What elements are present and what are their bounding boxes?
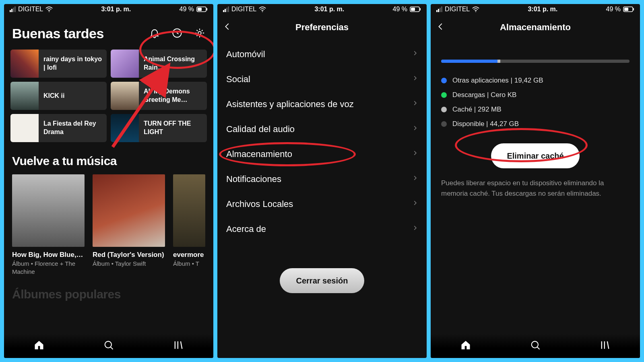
tile-turn-off-light[interactable]: TURN OFF THE LIGHT <box>111 114 207 142</box>
album-card[interactable]: evermore Álbum • T <box>173 174 205 275</box>
search-tab-icon[interactable] <box>103 339 114 352</box>
status-bar: DIGITEL 3:01 p. m. 49 % <box>4 4 213 14</box>
legend-label: Disponible | 44,27 GB <box>452 120 519 128</box>
bell-icon[interactable] <box>149 27 160 40</box>
tile-kick-ii[interactable]: KICK ii <box>10 82 107 110</box>
pref-calidad-audio[interactable]: Calidad del audio <box>217 117 427 142</box>
wifi-icon <box>472 6 479 12</box>
prefs-list: Automóvil Social Asistentes y aplicacion… <box>217 39 427 244</box>
chevron-right-icon <box>412 224 418 234</box>
tile-art <box>10 114 39 142</box>
pref-acerca-de[interactable]: Acerca de <box>217 217 427 242</box>
svg-point-0 <box>49 11 50 12</box>
tile-rainy-days[interactable]: rainy days in tokyo | lofi <box>10 50 107 78</box>
album-subtitle: Álbum • T <box>173 260 205 268</box>
battery-icon <box>623 6 634 12</box>
battery-percent: 49 % <box>393 6 407 13</box>
svg-point-5 <box>198 31 201 34</box>
legend-label: Descargas | Cero KB <box>452 91 516 99</box>
storage-title: Almacenamiento <box>500 22 571 33</box>
album-card[interactable]: Red (Taylor's Version) Álbum • Taylor Sw… <box>93 174 165 275</box>
chevron-right-icon <box>412 99 418 110</box>
svg-point-7 <box>105 341 111 348</box>
storage-fill-other <box>441 60 497 63</box>
tile-animal-crossing[interactable]: Animal Crossing Rain… <box>111 50 207 78</box>
svg-line-24 <box>607 341 609 349</box>
storage-hint: Puedes liberar espacio en tu dispositivo… <box>441 178 630 199</box>
legend-cache: Caché | 292 MB <box>441 102 630 117</box>
svg-rect-2 <box>198 8 202 11</box>
signal-icon <box>223 6 229 12</box>
tile-art <box>10 50 39 78</box>
tile-label: Animal Crossing Rain… <box>139 55 207 72</box>
svg-rect-3 <box>206 8 207 10</box>
svg-point-12 <box>262 11 263 12</box>
legend-label: Caché | 292 MB <box>452 105 502 114</box>
gear-icon[interactable] <box>194 27 205 40</box>
library-tab-icon[interactable] <box>173 339 184 352</box>
back-icon[interactable] <box>223 22 232 33</box>
pref-social[interactable]: Social <box>217 67 427 92</box>
pref-notificaciones[interactable]: Notificaciones <box>217 167 427 192</box>
carrier-label: DIGITEL <box>231 6 256 13</box>
album-title: Red (Taylor's Version) <box>93 251 165 259</box>
carrier-label: DIGITEL <box>18 6 43 13</box>
album-title: evermore <box>173 251 205 259</box>
tile-label: rainy days in tokyo | lofi <box>39 55 107 72</box>
storage-bar <box>441 60 630 63</box>
logout-label: Cerrar sesión <box>296 276 348 285</box>
status-bar: DIGITEL 3:01 p. m. 49 % <box>217 4 427 14</box>
chevron-right-icon <box>412 199 418 209</box>
tile-art <box>111 82 139 110</box>
chevron-right-icon <box>412 74 418 85</box>
back-icon[interactable] <box>436 22 445 33</box>
tile-label: La Fiesta del Rey Drama <box>39 120 107 137</box>
pref-label: Calidad del audio <box>226 124 295 134</box>
phone-home: DIGITEL 3:01 p. m. 49 % Buenas tardes <box>4 4 213 358</box>
chevron-right-icon <box>412 49 418 60</box>
signal-icon <box>10 6 16 12</box>
phone-storage: DIGITEL 3:01 p. m. 49 % Almacenamiento O… <box>431 4 640 358</box>
tile-la-fiesta[interactable]: La Fiesta del Rey Drama <box>10 114 107 142</box>
legend-dot <box>441 121 447 127</box>
album-art <box>173 174 205 247</box>
tab-bar <box>431 334 640 358</box>
tile-art <box>10 82 39 110</box>
album-carousel[interactable]: How Big, How Blue,… Álbum • Florence + T… <box>4 174 213 275</box>
svg-line-21 <box>537 347 540 350</box>
battery-icon <box>410 6 421 12</box>
status-bar: DIGITEL 3:01 p. m. 49 % <box>431 4 640 14</box>
svg-point-20 <box>532 341 538 348</box>
legend-dot <box>441 92 447 98</box>
tile-all-my-demons[interactable]: All My Demons Greeting Me… <box>111 82 207 110</box>
pref-archivos-locales[interactable]: Archivos Locales <box>217 192 427 217</box>
recent-tiles: rainy days in tokyo | lofi Animal Crossi… <box>4 50 213 142</box>
tile-art <box>111 114 139 142</box>
battery-icon <box>196 6 208 12</box>
pref-label: Automóvil <box>226 49 265 60</box>
tile-label: TURN OFF THE LIGHT <box>139 120 207 137</box>
legend-downloads: Descargas | Cero KB <box>441 88 630 102</box>
album-art <box>93 174 165 247</box>
home-header: Buenas tardes <box>4 14 213 50</box>
album-subtitle: Álbum • Florence + The Machine <box>12 260 85 275</box>
history-icon[interactable] <box>171 27 183 40</box>
svg-line-8 <box>111 347 113 350</box>
album-card[interactable]: How Big, How Blue,… Álbum • Florence + T… <box>12 174 85 275</box>
svg-line-11 <box>181 341 182 349</box>
pref-asistentes-voz[interactable]: Asistentes y aplicaciones de voz <box>217 92 427 117</box>
logout-button[interactable]: Cerrar sesión <box>280 268 364 293</box>
search-tab-icon[interactable] <box>530 339 541 352</box>
clear-cache-button[interactable]: Eliminar caché <box>491 143 580 168</box>
pref-label: Archivos Locales <box>226 199 293 209</box>
status-time: 3:01 p. m. <box>101 6 131 13</box>
tile-label: All My Demons Greeting Me… <box>139 87 207 104</box>
pref-almacenamiento[interactable]: Almacenamiento <box>217 142 427 167</box>
home-tab-icon[interactable] <box>33 339 45 352</box>
pref-automovil[interactable]: Automóvil <box>217 42 427 67</box>
legend-available: Disponible | 44,27 GB <box>441 117 630 131</box>
back-to-music-title: Vuelve a tu música <box>4 142 213 174</box>
library-tab-icon[interactable] <box>599 339 611 352</box>
battery-percent: 49 % <box>606 6 621 13</box>
home-tab-icon[interactable] <box>460 339 471 352</box>
